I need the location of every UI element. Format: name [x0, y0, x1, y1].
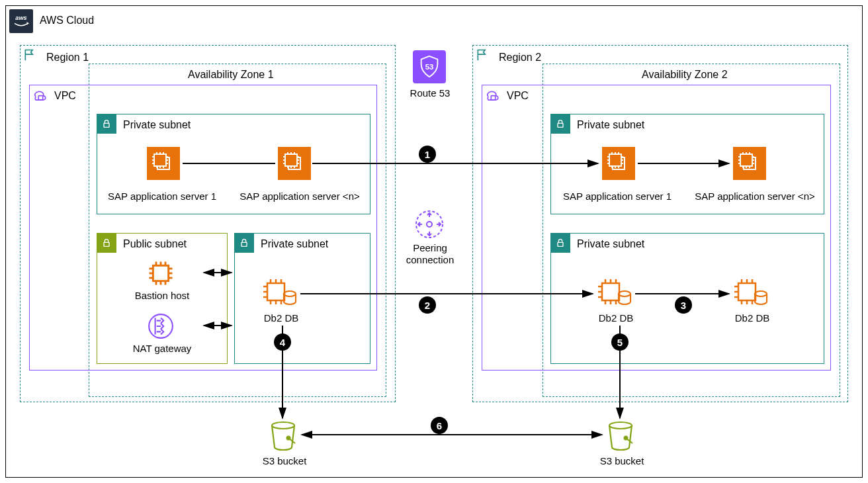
r2-private-top-title: Private subnet — [577, 119, 644, 131]
db2-r2b-label: Db2 DB — [722, 312, 782, 324]
peering-label2: connection — [402, 254, 458, 265]
svg-point-61 — [427, 222, 432, 227]
svg-rect-92 — [558, 242, 563, 246]
sap-app1-r1-label: SAP application server 1 — [93, 191, 232, 202]
bastion-host-icon — [147, 259, 175, 287]
marker-4: 4 — [274, 333, 291, 351]
r1-private-top-lock-icon — [97, 114, 116, 134]
route53-icon: 53 — [413, 50, 446, 83]
svg-point-115 — [272, 422, 294, 429]
svg-rect-63 — [558, 123, 563, 127]
nat-gateway-label: NAT gateway — [119, 343, 205, 354]
r1-public-lock-icon — [97, 233, 116, 253]
db2-r1-label: Db2 DB — [251, 312, 311, 324]
sap-app1-r1-icon — [147, 147, 180, 180]
az1-title: Availability Zone 1 — [188, 69, 274, 81]
svg-rect-104 — [738, 283, 756, 300]
svg-point-103 — [619, 291, 630, 296]
sap-appn-r2-icon — [733, 147, 766, 180]
route53-label: Route 53 — [402, 87, 458, 99]
svg-rect-18 — [285, 154, 297, 166]
svg-rect-65 — [609, 154, 621, 166]
s3-right-icon — [606, 421, 635, 451]
s3-right-label: S3 bucket — [589, 455, 655, 466]
r1-private-db-title: Private subnet — [261, 238, 328, 250]
svg-rect-48 — [267, 283, 284, 300]
marker-5: 5 — [611, 333, 629, 351]
db2-r2b-icon — [733, 278, 769, 308]
marker-6: 6 — [431, 417, 448, 434]
r1-private-db-lock-icon — [234, 233, 254, 253]
r1-private-top-title: Private subnet — [123, 119, 191, 131]
az2-title: Availability Zone 2 — [642, 69, 728, 81]
svg-rect-47 — [241, 242, 247, 246]
db2-r1-icon — [262, 278, 298, 308]
nat-gateway-icon — [147, 312, 175, 340]
bastion-host-label: Bastion host — [119, 290, 205, 301]
diagram-canvas: aws AWS Cloud Region 1 Availability Zone… — [0, 0, 868, 483]
r1-public-title: Public subnet — [123, 238, 187, 250]
region2-flag-icon — [472, 45, 492, 65]
vpc1-title: VPC — [54, 90, 76, 102]
region2-title: Region 2 — [499, 52, 541, 64]
aws-cloud-title: AWS Cloud — [40, 15, 94, 26]
svg-rect-79 — [740, 154, 752, 166]
sap-app1-r2-icon — [602, 147, 635, 180]
db2-r2a-label: Db2 DB — [586, 312, 646, 324]
svg-text:aws: aws — [15, 15, 26, 21]
svg-point-114 — [755, 291, 767, 296]
sap-appn-r1-label: SAP application server <n> — [230, 191, 369, 202]
svg-rect-2 — [104, 123, 109, 127]
svg-point-58 — [284, 291, 296, 296]
svg-text:53: 53 — [425, 63, 434, 71]
sap-appn-r1-icon — [278, 147, 311, 180]
marker-1: 1 — [419, 146, 436, 163]
db2-r2a-icon — [597, 278, 632, 308]
vpc2-icon — [482, 85, 501, 105]
r2-private-db-lock-icon — [550, 233, 570, 253]
svg-rect-31 — [104, 242, 109, 246]
svg-rect-62 — [491, 96, 496, 101]
svg-point-118 — [609, 422, 632, 429]
svg-rect-93 — [602, 283, 619, 300]
svg-rect-4 — [154, 154, 166, 166]
svg-rect-1 — [38, 96, 43, 101]
r2-private-db-title: Private subnet — [577, 238, 644, 250]
svg-rect-32 — [153, 265, 168, 281]
s3-left-label: S3 bucket — [251, 455, 318, 466]
vpc1-icon — [29, 85, 49, 105]
sap-appn-r2-label: SAP application server <n> — [685, 191, 824, 202]
sap-app1-r2-label: SAP application server 1 — [548, 191, 687, 202]
region1-title: Region 1 — [46, 52, 89, 64]
r2-private-top-lock-icon — [550, 114, 570, 134]
aws-logo-icon: aws — [9, 9, 33, 33]
marker-2: 2 — [419, 296, 436, 314]
r1-private-db-box — [234, 233, 370, 364]
s3-left-icon — [269, 421, 298, 451]
peering-icon — [414, 209, 445, 240]
vpc2-title: VPC — [507, 90, 529, 102]
peering-label1: Peering — [402, 242, 458, 253]
region1-flag-icon — [20, 45, 40, 65]
marker-3: 3 — [675, 296, 692, 314]
